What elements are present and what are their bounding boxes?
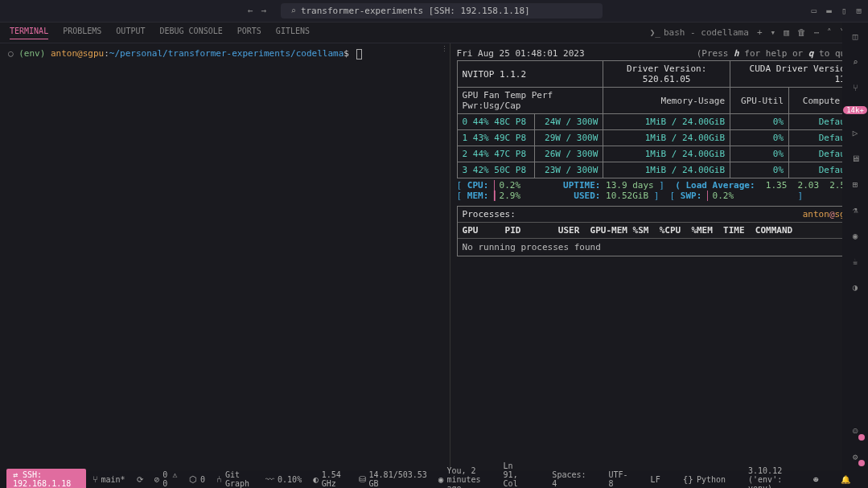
encoding-status[interactable]: UTF-8 xyxy=(609,461,628,488)
search-icon: ⌕ xyxy=(290,6,296,16)
layout-right-icon[interactable]: ▯ xyxy=(841,6,847,16)
shell-prompt: ○ (env) anton@sgpu:~/personal/transforme… xyxy=(8,48,442,59)
lines-status[interactable]: ⬡0 xyxy=(189,474,205,485)
prompt-path: ~/personal/transformer-experiments/codel… xyxy=(109,48,343,59)
tab-debug-console[interactable]: Debug Console xyxy=(159,27,222,39)
processes-columns: GPU PID USER GPU-MEM %SM %CPU %MEM TIME … xyxy=(458,223,861,239)
gpu-row-1: 1 43% 49C P829W / 300W1MiB / 24.00GiB0%D… xyxy=(457,130,861,146)
eol-status[interactable]: LF xyxy=(651,461,660,488)
graph-icon: ⑃ xyxy=(216,474,222,485)
person-icon: ◉ xyxy=(438,474,444,485)
system-stats: [ CPU: ▏0.2% UPTIME: 13.9 days ] ( Load … xyxy=(457,180,862,201)
nav-forward-icon[interactable]: → xyxy=(261,6,267,16)
new-terminal-icon[interactable]: + xyxy=(757,27,763,38)
symbol-icon: {} xyxy=(683,474,693,485)
branch-activity-icon[interactable]: ⑂ xyxy=(848,80,862,95)
search-activity-icon[interactable]: ⌕ xyxy=(848,55,862,69)
branch-icon: ⑂ xyxy=(93,474,98,485)
layout-bottom-icon[interactable]: ▬ xyxy=(826,6,832,16)
prompt-dollar: $ xyxy=(343,48,349,59)
processes-empty: No running processes found xyxy=(458,239,861,256)
kill-terminal-icon[interactable]: 🗑 xyxy=(797,27,806,38)
remote-indicator[interactable]: ⇄ SSH: 192.168.1.18 xyxy=(6,469,86,488)
processes-title: Processes: xyxy=(463,209,516,219)
command-center[interactable]: ⌕ transformer-experiments [SSH: 192.158.… xyxy=(281,3,603,18)
title-bar: ← → ⌕ transformer-experiments [SSH: 192.… xyxy=(0,0,868,23)
flame-icon: ⬡ xyxy=(189,474,197,485)
cube-icon[interactable]: ◫ xyxy=(848,29,862,43)
error-icon: ⊘ xyxy=(154,474,160,485)
sync-icon[interactable]: ⟳ xyxy=(137,475,143,484)
database-icon: ⛁ xyxy=(359,474,366,485)
col-util: GPU-Util xyxy=(730,88,789,114)
terminal-profile[interactable]: ❯_ bash - codellama xyxy=(650,27,749,38)
run-debug-icon[interactable]: ▷ xyxy=(848,125,862,140)
resize-grip-icon: ⋮ xyxy=(441,45,448,53)
indent-status[interactable]: Spaces: 4 xyxy=(552,461,586,488)
test-icon[interactable]: ⚗ xyxy=(848,203,862,217)
gpu-row-2: 2 44% 47C P826W / 300W1MiB / 24.00GiB0%D… xyxy=(457,146,861,162)
git-graph[interactable]: ⑃Git Graph xyxy=(216,470,254,488)
docker-icon[interactable]: ☕ xyxy=(848,254,862,269)
bell-icon[interactable]: 🔔 xyxy=(841,461,850,488)
remote-explorer-icon[interactable]: 🖥 xyxy=(848,151,862,166)
terminal-area: ○ (env) anton@sgpu:~/personal/transforme… xyxy=(0,43,868,470)
remote-icon: ⇄ xyxy=(13,470,23,479)
problems-status[interactable]: ⊘0 ⚠ 0 xyxy=(154,470,178,488)
split-resize-handle[interactable]: ⋮ xyxy=(445,43,450,470)
activity-bar: ◫ ⌕ ⑂ 14k+ ▷ 🖥 ⊞ ⚗ ◉ ☕ ◑ ☺ ⚙ xyxy=(842,23,868,470)
cpu-status[interactable]: 〰0.10% xyxy=(265,474,302,485)
tab-output[interactable]: Output xyxy=(116,27,145,39)
terminal-right-pane[interactable]: Fri Aug 25 01:48:01 2023(Press h for hel… xyxy=(450,43,868,470)
shell-label: bash - codellama xyxy=(664,27,749,38)
status-bar: ⇄ SSH: 192.168.1.18 ⑂main* ⟳ ⊘0 ⚠ 0 ⬡0 ⑃… xyxy=(0,470,868,488)
feedback-icon[interactable]: ☻ xyxy=(813,461,818,488)
nav-arrows: ← → xyxy=(248,6,266,16)
extensions-icon[interactable]: ⊞ xyxy=(848,177,862,191)
language-mode[interactable]: {}Python xyxy=(683,461,726,488)
processes-box: Processes: anton@sgpu GPU PID USER GPU-M… xyxy=(457,206,862,256)
copilot-icon[interactable]: ◑ xyxy=(848,280,862,294)
nav-back-icon[interactable]: ← xyxy=(248,6,253,16)
col-memory: Memory-Usage xyxy=(603,88,730,114)
cursor-position[interactable]: Ln 91, Col 32 xyxy=(504,461,530,488)
prompt-indicator: ○ xyxy=(8,48,14,59)
tab-ports[interactable]: Ports xyxy=(237,27,261,39)
prompt-userhost: anton@sgpu xyxy=(51,48,104,59)
panel-tabs: Terminal Problems Output Debug Console P… xyxy=(0,23,868,43)
nvitop-help: (Press h for help or q to quit) xyxy=(697,48,862,59)
driver-version: Driver Version: 520.61.05 xyxy=(603,61,730,88)
col-group-gpu: GPU Fan Temp Perf Pwr:Usg/Cap xyxy=(457,88,603,114)
pulse-icon: 〰 xyxy=(265,474,274,485)
nvitop-header-line: Fri Aug 25 01:48:01 2023(Press h for hel… xyxy=(457,48,862,59)
chevron-up-icon[interactable]: ˄ xyxy=(827,27,832,38)
gpu-row-3: 3 42% 50C P823W / 300W1MiB / 24.00GiB0%D… xyxy=(457,162,861,178)
python-interpreter[interactable]: 3.10.12 ('env': venv) xyxy=(748,461,791,488)
cursor xyxy=(356,49,362,59)
tab-terminal[interactable]: Terminal xyxy=(10,27,48,39)
gpu-row-0: 0 44% 48C P824W / 300W1MiB / 24.00GiB0%D… xyxy=(457,114,861,130)
search-text: transformer-experiments [SSH: 192.158.1.… xyxy=(301,6,530,16)
terminal-dropdown-icon[interactable]: ▾ xyxy=(771,27,776,38)
freq-status[interactable]: ◐1.54 GHz xyxy=(313,470,347,488)
gpu-table: NVITOP 1.1.2Driver Version: 520.61.05CUD… xyxy=(457,60,862,178)
git-blame[interactable]: ◉You, 2 minutes ago xyxy=(438,461,481,488)
more-icon[interactable]: ⋯ xyxy=(814,27,820,38)
layout-custom-icon[interactable]: ⊞ xyxy=(856,6,862,16)
layout-left-icon[interactable]: ▭ xyxy=(812,6,817,16)
tab-gitlens[interactable]: Gitlens xyxy=(276,27,310,39)
terminal-icon: ❯_ xyxy=(650,27,660,38)
gitlens-icon[interactable]: ◉ xyxy=(848,228,862,243)
disk-status[interactable]: ⛁14.81/503.53 GB xyxy=(359,470,427,488)
tab-problems[interactable]: Problems xyxy=(63,27,101,39)
nvitop-title: NVITOP 1.1.2 xyxy=(457,61,603,88)
git-branch[interactable]: ⑂main* xyxy=(93,474,125,485)
terminal-left-pane[interactable]: ○ (env) anton@sgpu:~/personal/transforme… xyxy=(0,43,450,470)
notifications-badge[interactable]: 14k+ xyxy=(843,106,867,114)
prompt-env: (env) xyxy=(19,48,45,59)
dashboard-icon: ◐ xyxy=(313,474,319,485)
nvitop-datetime: Fri Aug 25 01:48:01 2023 xyxy=(457,48,585,59)
layout-controls: ▭ ▬ ▯ ⊞ xyxy=(812,6,862,16)
split-terminal-icon[interactable]: ▥ xyxy=(784,27,789,38)
account-icon[interactable]: ☺ xyxy=(848,424,862,438)
